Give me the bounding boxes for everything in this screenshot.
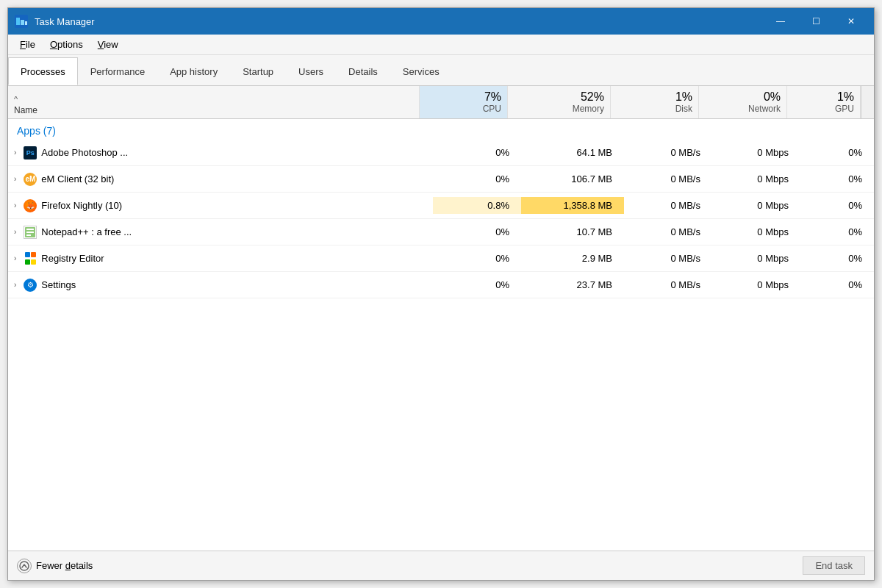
menu-bar: File Options View	[8, 35, 874, 55]
process-memory-registry: 2.9 MB	[521, 250, 624, 267]
col-header-network[interactable]: 0% Network	[699, 86, 787, 118]
col-header-name[interactable]: ^ Name	[8, 86, 420, 118]
process-disk-notepad: 0 MB/s	[624, 223, 712, 240]
main-content: ^ Name 7% CPU 52% Memory 1% Disk 0% Netw…	[8, 86, 874, 551]
table-row[interactable]: › ⚙ Settings 0% 23.7 MB 0 MB/s 0 Mbps 0%	[8, 272, 874, 298]
tab-services[interactable]: Services	[390, 57, 452, 85]
process-cpu-firefox: 0.8%	[433, 197, 521, 214]
status-bar: Fewer details End task	[8, 551, 874, 580]
process-name-cell-photoshop: › Ps Adobe Photoshop ...	[8, 143, 433, 162]
expand-arrow-settings[interactable]: ›	[14, 281, 16, 289]
svg-rect-3	[25, 21, 27, 25]
col-header-gpu[interactable]: 1% GPU	[787, 86, 861, 118]
process-disk-settings: 0 MB/s	[624, 276, 712, 293]
process-name-cell-firefox: › 🦊 Firefox Nightly (10)	[8, 196, 433, 215]
col-header-memory[interactable]: 52% Memory	[508, 86, 611, 118]
table-row[interactable]: › 🦊 Firefox Nightly (10) 0.8% 1,358.8 MB…	[8, 193, 874, 219]
tab-processes[interactable]: Processes	[8, 57, 78, 85]
menu-options[interactable]: Options	[44, 37, 89, 51]
fewer-details-icon	[17, 559, 32, 573]
end-task-button[interactable]: End task	[803, 556, 865, 575]
fewer-details-button[interactable]: Fewer details	[17, 559, 93, 573]
process-name-photoshop: Adobe Photoshop ...	[41, 147, 128, 158]
svg-rect-7	[26, 234, 31, 236]
tab-details[interactable]: Details	[336, 57, 390, 85]
expand-arrow-firefox[interactable]: ›	[14, 201, 16, 209]
process-name-cell-registry: › Registry Editor	[8, 249, 433, 268]
col-header-cpu[interactable]: 7% CPU	[420, 86, 508, 118]
process-memory-photoshop: 64.1 MB	[521, 144, 624, 161]
svg-rect-1	[16, 18, 20, 25]
svg-rect-2	[21, 20, 24, 25]
process-name-cell-settings: › ⚙ Settings	[8, 276, 433, 295]
table-row[interactable]: › Registry Editor 0% 2.9 MB 0 MB/s 0 Mbp…	[8, 245, 874, 272]
svg-point-8	[20, 562, 29, 570]
icon-settings: ⚙	[24, 279, 37, 292]
fewer-details-label: Fewer details	[36, 560, 93, 571]
process-cpu-photoshop: 0%	[433, 144, 521, 161]
tabs-bar: Processes Performance App history Startu…	[8, 55, 874, 86]
process-gpu-registry: 0%	[800, 250, 874, 267]
process-memory-firefox: 1,358.8 MB	[521, 197, 624, 214]
process-network-settings: 0 Mbps	[712, 276, 800, 293]
task-manager-window: Task Manager — ☐ ✕ File Options View Pro…	[7, 7, 875, 581]
col-gpu-percent: 1%	[793, 90, 854, 104]
col-network-percent: 0%	[705, 90, 781, 104]
icon-firefox: 🦊	[24, 199, 37, 212]
process-gpu-notepad: 0%	[800, 223, 874, 240]
menu-view[interactable]: View	[92, 37, 124, 51]
expand-arrow-registry[interactable]: ›	[14, 254, 16, 262]
table-body[interactable]: Apps (7) › Ps Adobe Photoshop ... 0% 64.…	[8, 119, 874, 551]
app-icon	[14, 14, 29, 29]
process-disk-firefox: 0 MB/s	[624, 197, 712, 214]
process-disk-registry: 0 MB/s	[624, 250, 712, 267]
scrollbar-placeholder	[861, 86, 874, 118]
section-apps-title: Apps (7)	[17, 125, 433, 137]
process-disk-photoshop: 0 MB/s	[624, 144, 712, 161]
process-gpu-photoshop: 0%	[800, 144, 874, 161]
sort-arrow[interactable]: ^	[14, 95, 413, 104]
process-network-registry: 0 Mbps	[712, 250, 800, 267]
menu-file[interactable]: File	[14, 37, 41, 51]
process-gpu-em: 0%	[800, 171, 874, 187]
expand-arrow-em[interactable]: ›	[14, 175, 16, 183]
icon-registry	[24, 252, 37, 265]
process-cpu-settings: 0%	[433, 276, 521, 293]
expand-arrow-notepad[interactable]: ›	[14, 228, 16, 236]
col-cpu-percent: 7%	[426, 90, 501, 104]
minimize-button[interactable]: —	[764, 8, 797, 35]
table-row[interactable]: › Ps Adobe Photoshop ... 0% 64.1 MB 0 MB…	[8, 140, 874, 166]
process-memory-em: 106.7 MB	[521, 171, 624, 187]
icon-em-client: eM	[24, 173, 37, 186]
process-name-cell-notepad: › Notepad++ : a free ...	[8, 223, 433, 242]
col-header-disk[interactable]: 1% Disk	[611, 86, 699, 118]
process-name-em: eM Client (32 bit)	[41, 173, 114, 184]
process-network-notepad: 0 Mbps	[712, 223, 800, 240]
process-cpu-em: 0%	[433, 171, 521, 187]
tab-app-history[interactable]: App history	[157, 57, 230, 85]
process-memory-notepad: 10.7 MB	[521, 223, 624, 240]
table-row[interactable]: › eM eM Client (32 bit) 0% 106.7 MB 0 MB…	[8, 166, 874, 193]
process-name-notepad: Notepad++ : a free ...	[41, 226, 132, 237]
tab-performance[interactable]: Performance	[78, 57, 157, 85]
table-row[interactable]: › Notepad++ : a free ... 0% 10.7 MB 0 MB…	[8, 219, 874, 245]
close-button[interactable]: ✕	[834, 8, 868, 35]
process-name-registry: Registry Editor	[41, 253, 104, 264]
col-memory-label: Memory	[514, 104, 604, 114]
process-network-photoshop: 0 Mbps	[712, 144, 800, 161]
process-network-em: 0 Mbps	[712, 171, 800, 187]
expand-arrow-photoshop[interactable]: ›	[14, 148, 16, 157]
maximize-button[interactable]: ☐	[799, 8, 833, 35]
process-gpu-firefox: 0%	[800, 197, 874, 214]
icon-notepad	[24, 226, 37, 239]
tab-users[interactable]: Users	[286, 57, 336, 85]
svg-rect-5	[26, 229, 34, 230]
process-disk-em: 0 MB/s	[624, 171, 712, 187]
process-name-firefox: Firefox Nightly (10)	[41, 200, 122, 211]
svg-rect-6	[26, 232, 34, 233]
col-network-label: Network	[705, 104, 781, 114]
title-bar: Task Manager — ☐ ✕	[8, 8, 874, 35]
process-cpu-notepad: 0%	[433, 223, 521, 240]
tab-startup[interactable]: Startup	[230, 57, 286, 85]
process-gpu-settings: 0%	[800, 276, 874, 293]
